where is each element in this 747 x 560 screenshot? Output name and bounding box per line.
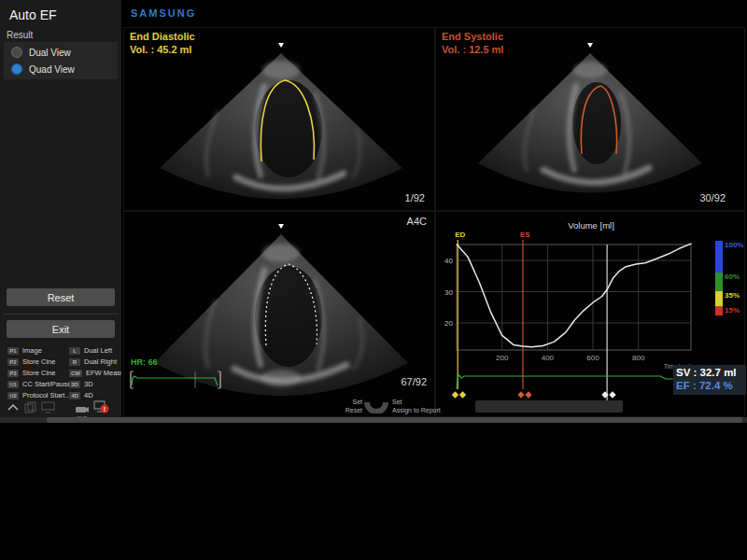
display-icon[interactable] — [41, 401, 55, 413]
copy-pages-icon[interactable] — [24, 401, 36, 413]
ecg-strip — [128, 369, 231, 393]
fkey-badge: L — [69, 347, 80, 355]
bottom-scrollbar-thumb[interactable] — [47, 417, 742, 423]
alert-badge-count: ! — [104, 406, 106, 413]
ed-frame-counter: 1/92 — [405, 192, 425, 203]
trackball-hint-assign: Set Assign to Report — [392, 399, 441, 414]
y-tick: 20 — [444, 319, 453, 328]
fkey-row: U1 CC Start/Pause — [7, 379, 71, 389]
apex-marker-icon — [278, 224, 284, 229]
radio-dual-view[interactable]: Dual View — [11, 46, 71, 59]
quadrant-volume-chart: Volume [ml] 40 30 20 200 400 6 — [435, 211, 745, 417]
radio-selected-icon — [11, 63, 22, 75]
fkey-label: Store Cine — [22, 369, 55, 377]
apex-marker-icon — [587, 43, 593, 48]
view-label-a4c: A4C — [407, 216, 427, 227]
fkey-row: P1 Image — [7, 345, 42, 356]
a4c-frame-counter: 67/92 — [401, 376, 427, 387]
fkey-label: Store Cine — [22, 357, 55, 366]
radio-unselected-icon — [11, 47, 22, 58]
ef-color-scale: 100% 60% 35% 15% — [715, 241, 743, 315]
ultrasound-image-end-systolic — [436, 28, 744, 210]
x-tick: 600 — [586, 354, 599, 362]
main-area: SAMSUNG — [121, 0, 747, 417]
hint-line: Set — [308, 399, 362, 407]
fkey-label: Dual Left — [84, 346, 112, 355]
panel-title: Auto EF — [9, 7, 57, 22]
stroke-volume-value: SV : 32.7 ml — [676, 366, 743, 379]
divider — [3, 314, 119, 315]
view-mode-group: Dual View Quad View — [4, 42, 118, 79]
x-tick: 400 — [542, 354, 555, 362]
ef-scale-label: 100% — [725, 241, 743, 249]
volume-curve — [457, 244, 692, 347]
ultrasound-image-end-diastolic — [124, 28, 434, 210]
ejection-fraction-value: EF : 72.4 % — [676, 379, 743, 392]
chart-ecg-trace — [457, 375, 682, 389]
fkey-badge: R — [69, 358, 80, 366]
fkey-label: 4D — [84, 391, 93, 399]
es-title: End Systolic — [442, 31, 503, 42]
cine-progress-bar[interactable] — [475, 400, 623, 413]
trackball-hint-set-reset: Set Reset — [308, 399, 362, 414]
x-tick: 200 — [496, 354, 509, 362]
hint-line: Set — [392, 399, 441, 407]
radio-dual-view-label: Dual View — [29, 48, 71, 58]
fkey-badge: U2 — [7, 392, 19, 399]
fkey-label: CC Start/Pause — [22, 380, 71, 388]
hint-line: Assign to Report — [392, 407, 441, 415]
grid-lines — [457, 245, 691, 350]
fkey-row: L Dual Left — [69, 345, 112, 356]
fkey-badge: P2 — [7, 358, 19, 366]
ef-scale-label: 35% — [725, 291, 740, 300]
radio-quad-view-label: Quad View — [29, 64, 75, 75]
ef-scale-label: 15% — [725, 306, 740, 315]
fkey-badge: U1 — [7, 381, 19, 388]
radio-quad-view[interactable]: Quad View — [11, 63, 75, 76]
chart-title: Volume [ml] — [568, 220, 614, 231]
sidebar: Auto EF Result Dual View Quad View Reset… — [0, 0, 121, 417]
quadrant-a4c[interactable]: A4C HR: 66 67/92 — [123, 211, 435, 417]
fkey-row: P2 Store Cine — [7, 357, 55, 367]
fkey-badge: P1 — [7, 347, 19, 355]
sidebar-toolbar: ADVR ! — [0, 399, 121, 417]
hint-line: Reset — [308, 407, 362, 415]
exit-button[interactable]: Exit — [7, 320, 115, 338]
y-tick: 30 — [444, 288, 453, 297]
y-tick: 40 — [444, 257, 453, 265]
fkey-row: 3D 3D — [69, 379, 93, 389]
ed-volume: Vol. : 45.2 ml — [130, 44, 191, 55]
fkey-label: Image — [22, 346, 42, 355]
fkey-row: R Dual Right — [69, 357, 117, 367]
trackball-icon — [364, 400, 388, 413]
apex-marker-icon — [278, 43, 284, 48]
bottom-scrollbar-track — [0, 417, 747, 423]
ed-marker-label: ED — [455, 231, 465, 239]
ef-scale-label: 60% — [725, 273, 740, 281]
fkey-label: Protocol Start... — [22, 391, 71, 399]
notification-icon[interactable]: ! — [93, 400, 109, 413]
fkey-label: 3D — [84, 380, 93, 388]
fkey-badge: 4D — [69, 392, 80, 399]
fkey-label: Dual Right — [84, 357, 117, 366]
fkey-badge: P3 — [7, 370, 19, 377]
quadrant-end-systolic[interactable]: End Systolic Vol. : 12.5 ml 30/92 — [435, 27, 745, 211]
fkey-badge: 3D — [69, 381, 80, 388]
frame-marker-diamonds — [452, 391, 616, 398]
es-volume: Vol. : 12.5 ml — [442, 44, 503, 55]
es-frame-counter: 30/92 — [699, 192, 726, 203]
reset-button[interactable]: Reset — [7, 288, 115, 306]
es-marker-label: ES — [520, 231, 530, 239]
ecg-trace — [132, 376, 218, 385]
quadrant-end-diastolic[interactable]: End Diastolic Vol. : 45.2 ml 1/92 — [123, 27, 435, 211]
fkey-row: P3 Store Cine — [7, 368, 55, 378]
collapse-chevron-icon[interactable] — [7, 403, 19, 411]
heart-rate-label: HR: 66 — [131, 357, 158, 367]
x-tick: 800 — [632, 354, 645, 362]
samsung-logo: SAMSUNG — [131, 7, 196, 19]
result-section-label: Result — [7, 30, 33, 40]
ed-title: End Diastolic — [130, 31, 195, 42]
results-badge: SV : 32.7 ml EF : 72.4 % — [673, 365, 746, 395]
fkey-badge: CW — [69, 370, 82, 377]
